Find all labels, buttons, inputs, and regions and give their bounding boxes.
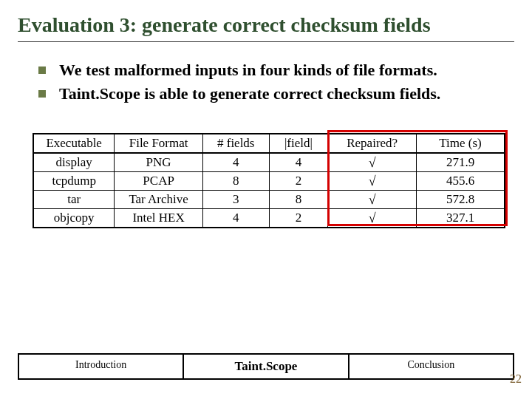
cell-exe: objcopy — [33, 209, 115, 228]
cell-time: 455.6 — [417, 172, 505, 191]
cell-fmt: Tar Archive — [115, 191, 203, 209]
cell-nf: 4 — [202, 209, 269, 228]
table-header-row: Executable File Format # fields |field| … — [33, 134, 505, 153]
cell-flen: 2 — [269, 209, 328, 228]
page-number: 22 — [510, 372, 522, 386]
table-row: objcopy Intel HEX 4 2 √ 327.1 — [33, 209, 505, 228]
col-repaired: Repaired? — [328, 134, 417, 153]
cell-exe: tar — [33, 191, 115, 209]
cell-nf: 8 — [202, 172, 269, 191]
col-executable: Executable — [33, 134, 115, 153]
cell-repaired: √ — [328, 209, 417, 228]
footer-nav: Introduction Taint.Scope Conclusion — [18, 353, 514, 380]
cell-time: 271.9 — [417, 153, 505, 172]
cell-nf: 4 — [202, 153, 269, 172]
cell-exe: display — [33, 153, 115, 172]
bullet-text: Taint.Scope is able to generate correct … — [59, 83, 440, 104]
cell-fmt: PNG — [115, 153, 203, 172]
cell-fmt: PCAP — [115, 172, 203, 191]
cell-time: 572.8 — [417, 191, 505, 209]
col-field-len: |field| — [269, 134, 328, 153]
slide-title: Evaluation 3: generate correct checksum … — [18, 13, 514, 42]
slide: Evaluation 3: generate correct checksum … — [0, 0, 532, 399]
square-bullet-icon — [38, 66, 46, 74]
cell-repaired: √ — [328, 172, 417, 191]
results-table-wrap: Executable File Format # fields |field| … — [33, 133, 499, 228]
list-item: We test malformed inputs in four kinds o… — [38, 60, 514, 81]
cell-flen: 2 — [269, 172, 328, 191]
cell-nf: 3 — [202, 191, 269, 209]
results-table: Executable File Format # fields |field| … — [33, 133, 505, 228]
table-row: tar Tar Archive 3 8 √ 572.8 — [33, 191, 505, 209]
col-file-format: File Format — [115, 134, 203, 153]
footer-taintscope: Taint.Scope — [183, 353, 349, 380]
square-bullet-icon — [38, 90, 46, 98]
cell-fmt: Intel HEX — [115, 209, 203, 228]
cell-repaired: √ — [328, 191, 417, 209]
table-row: tcpdump PCAP 8 2 √ 455.6 — [33, 172, 505, 191]
cell-time: 327.1 — [417, 209, 505, 228]
bullet-list: We test malformed inputs in four kinds o… — [18, 60, 514, 103]
col-num-fields: # fields — [202, 134, 269, 153]
col-time: Time (s) — [417, 134, 505, 153]
cell-repaired: √ — [328, 153, 417, 172]
cell-flen: 4 — [269, 153, 328, 172]
footer-introduction: Introduction — [18, 353, 183, 380]
list-item: Taint.Scope is able to generate correct … — [38, 83, 514, 104]
cell-exe: tcpdump — [33, 172, 115, 191]
footer-conclusion: Conclusion — [349, 353, 514, 380]
table-row: display PNG 4 4 √ 271.9 — [33, 153, 505, 172]
bullet-text: We test malformed inputs in four kinds o… — [59, 60, 437, 81]
cell-flen: 8 — [269, 191, 328, 209]
